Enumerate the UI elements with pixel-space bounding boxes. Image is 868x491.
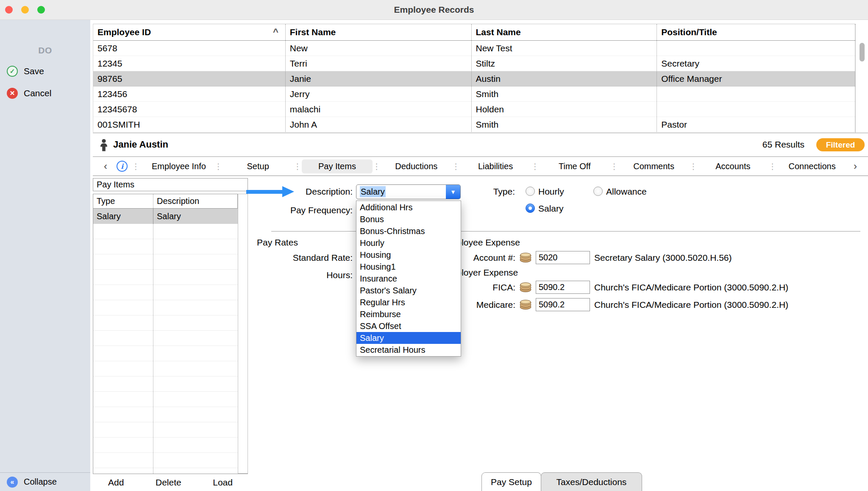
description-dropdown-menu: Additional Hrs Bonus Bonus-Christmas Hou… [356, 201, 461, 357]
tab-time-off[interactable]: Time Off [539, 159, 610, 173]
column-header-type[interactable]: Type [93, 194, 153, 208]
tab-pay-items[interactable]: Pay Items [302, 159, 373, 173]
pay-frequency-label: Pay Frequency: [254, 205, 353, 215]
account-description: Secretary Salary (3000.5020.H.56) [594, 253, 732, 263]
menu-item[interactable]: Pastor's Salary [356, 285, 461, 296]
column-header-employee-id[interactable]: Employee ID ^ [93, 24, 286, 40]
pointer-arrow-head-icon [282, 186, 294, 197]
column-header-first-name[interactable]: First Name [286, 24, 472, 40]
table-row[interactable]: 5678 New New Test [93, 41, 855, 56]
tab-deductions[interactable]: Deductions [381, 159, 452, 173]
tab-liabilities[interactable]: Liabilities [460, 159, 531, 173]
column-header-position[interactable]: Position/Title [657, 24, 855, 40]
money-stack-icon[interactable] [519, 298, 532, 310]
pay-item-row-selected[interactable]: Salary Salary [93, 209, 238, 224]
save-check-icon: ✓ [7, 66, 18, 77]
tab-setup[interactable]: Setup [223, 159, 294, 173]
tab-accounts[interactable]: Accounts [697, 159, 768, 173]
description-combobox[interactable]: Salary ▾ [356, 184, 461, 199]
tab-comments[interactable]: Comments [618, 159, 690, 173]
delete-button[interactable]: Delete [156, 477, 181, 488]
hours-label: Hours: [254, 270, 353, 280]
sidebar-header: DO [0, 45, 90, 56]
table-row[interactable]: 12345678 malachi Holden [93, 102, 855, 117]
employee-table: Employee ID ^ First Name Last Name Posit… [93, 24, 855, 132]
table-scrollbar-thumb[interactable] [860, 43, 865, 61]
separator-dots-icon: ⋮ [132, 162, 140, 171]
app-window: Employee Records DO ✓ Save ✕ Cancel « Co… [0, 0, 868, 491]
money-stack-icon[interactable] [519, 281, 532, 293]
separator-dots-icon: ⋮ [610, 162, 618, 171]
standard-rate-label: Standard Rate: [254, 253, 353, 263]
separator-dots-icon: ⋮ [689, 162, 697, 171]
tab-employee-info[interactable]: Employee Info [143, 159, 214, 173]
radio-hourly[interactable] [526, 187, 535, 196]
menu-item[interactable]: Housing1 [356, 261, 461, 273]
column-header-last-name[interactable]: Last Name [472, 24, 657, 40]
type-label: Type: [466, 187, 515, 197]
table-row[interactable]: 001SMITH John A Smith Pastor [93, 117, 855, 132]
tabs-forward-button[interactable]: › [848, 160, 863, 172]
menu-item[interactable]: Insurance [356, 273, 461, 285]
pointer-arrow-icon [246, 190, 283, 194]
menu-item[interactable]: Bonus-Christmas [356, 225, 461, 237]
fica-account-input[interactable] [536, 281, 590, 294]
separator-dots-icon: ⋮ [531, 162, 539, 171]
cancel-button[interactable]: ✕ Cancel [7, 88, 51, 99]
pay-items-panel-title: Pay Items [93, 178, 248, 191]
separator-dots-icon: ⋮ [373, 162, 381, 171]
radio-salary-selected[interactable] [526, 204, 535, 213]
menu-item[interactable]: Additional Hrs [356, 201, 461, 213]
save-button[interactable]: ✓ Save [7, 66, 44, 77]
menu-item[interactable]: Reimburse [356, 308, 461, 320]
tab-taxes-deductions[interactable]: Taxes/Deductions [541, 472, 642, 491]
separator-dots-icon: ⋮ [768, 162, 776, 171]
info-icon[interactable]: i [117, 161, 128, 172]
menu-item[interactable]: Secretarial Hours [356, 344, 461, 356]
cancel-x-icon: ✕ [7, 88, 18, 99]
dropdown-button[interactable]: ▾ [446, 185, 460, 199]
pay-rates-section-label: Pay Rates [257, 237, 298, 248]
chevron-down-icon: ▾ [451, 188, 455, 196]
tabs-back-button[interactable]: ‹ [98, 160, 113, 172]
radio-salary-label: Salary [538, 204, 564, 214]
fica-description: Church's FICA/Medicare Portion (3000.509… [594, 282, 788, 293]
cancel-label: Cancel [24, 88, 51, 98]
record-header: Janie Austin 65 Results Filtered [93, 133, 868, 157]
separator-dots-icon: ⋮ [452, 162, 460, 171]
radio-allowance-label: Allowance [606, 187, 647, 197]
tab-connections[interactable]: Connections [776, 159, 848, 173]
employee-table-header: Employee ID ^ First Name Last Name Posit… [93, 24, 855, 41]
column-header-description[interactable]: Description [153, 194, 237, 208]
info-group: i ⋮ [113, 161, 143, 172]
table-row[interactable]: 12345 Terri Stiltz Secretary [93, 56, 855, 71]
menu-item[interactable]: SSA Offset [356, 320, 461, 332]
table-row[interactable]: 123456 Jerry Smith [93, 86, 855, 102]
add-button[interactable]: Add [108, 477, 124, 488]
sidebar: DO ✓ Save ✕ Cancel « Collapse [0, 20, 90, 491]
pay-items-buttons: Add Delete Load [93, 474, 248, 491]
menu-item[interactable]: Hourly [356, 237, 461, 249]
minimize-window-button[interactable] [21, 6, 29, 14]
window-title: Employee Records [0, 0, 868, 20]
menu-item[interactable]: Housing [356, 249, 461, 261]
menu-item-selected[interactable]: Salary [356, 332, 461, 344]
money-stack-icon[interactable] [519, 251, 532, 263]
close-window-button[interactable] [5, 6, 13, 14]
sort-ascending-icon: ^ [273, 27, 278, 38]
zoom-window-button[interactable] [37, 6, 45, 14]
table-row-selected[interactable]: 98765 Janie Austin Office Manager [93, 71, 855, 86]
title-bar: Employee Records [0, 0, 868, 20]
medicare-account-input[interactable] [536, 298, 590, 311]
collapse-icon: « [7, 477, 18, 488]
account-number-input[interactable] [536, 251, 590, 264]
medicare-description: Church's FICA/Medicare Portion (3000.509… [594, 300, 788, 310]
load-button[interactable]: Load [213, 477, 233, 488]
collapse-button[interactable]: « Collapse [0, 472, 90, 491]
pay-items-list: Salary Salary [93, 209, 238, 474]
menu-item[interactable]: Regular Hrs [356, 296, 461, 308]
radio-allowance[interactable] [593, 187, 603, 196]
tab-pay-setup[interactable]: Pay Setup [481, 472, 541, 491]
filtered-badge[interactable]: Filtered [816, 138, 865, 151]
menu-item[interactable]: Bonus [356, 213, 461, 225]
